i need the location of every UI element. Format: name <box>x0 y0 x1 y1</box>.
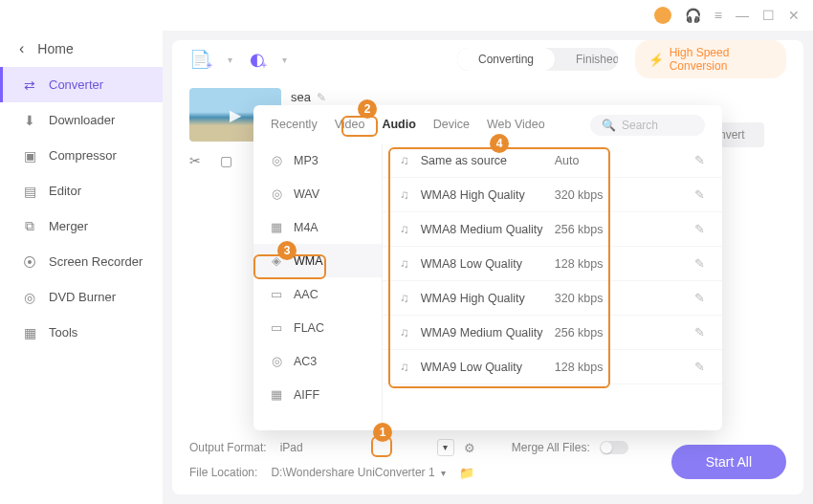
preset-row[interactable]: ♫WMA8 High Quality320 kbps✎ <box>383 178 722 212</box>
sidebar-item-label: Screen Recorder <box>49 254 143 269</box>
music-icon: ♫ <box>400 222 409 236</box>
sidebar-item-label: DVD Burner <box>49 290 116 304</box>
sidebar-item-tools[interactable]: ▦ Tools <box>0 315 163 350</box>
downloader-icon: ⬇ <box>22 113 37 128</box>
merger-icon: ⧉ <box>22 219 37 234</box>
audio-icon: ▦ <box>269 387 284 402</box>
screen-recorder-icon: ⦿ <box>22 254 37 270</box>
sidebar-item-merger[interactable]: ⧉ Merger <box>0 208 163 244</box>
preset-row[interactable]: ♫WMA8 Low Quality128 kbps✎ <box>383 247 722 281</box>
sidebar-item-dvd-burner[interactable]: ◎ DVD Burner <box>0 279 163 315</box>
dvd-burner-icon: ◎ <box>22 290 37 305</box>
preset-row[interactable]: ♫WMA8 Medium Quality256 kbps✎ <box>383 212 722 247</box>
add-file-button[interactable]: 📄＋ <box>189 49 210 70</box>
output-settings-icon[interactable]: ⚙ <box>464 441 475 455</box>
preset-row[interactable]: ♫WMA9 Low Quality128 kbps✎ <box>383 350 722 384</box>
audio-icon: ▦ <box>269 220 284 234</box>
panel-tab-recently[interactable]: Recently <box>271 118 318 133</box>
output-format-dropdown[interactable]: ▾ <box>437 439 454 456</box>
tab-finished[interactable]: Finished <box>555 48 618 71</box>
compressor-icon: ▣ <box>22 148 37 164</box>
crop-icon[interactable]: ▢ <box>220 153 232 168</box>
preset-row[interactable]: ♫WMA9 Medium Quality256 kbps✎ <box>383 316 722 350</box>
window-minimize[interactable]: — <box>736 8 749 23</box>
chevron-down-icon[interactable]: ▾ <box>228 55 232 65</box>
edit-preset-icon[interactable]: ✎ <box>694 153 705 167</box>
merge-all-toggle[interactable] <box>600 441 628 454</box>
menu-icon[interactable]: ≡ <box>714 8 722 23</box>
clip-tool-row: ✂ ▢ <box>189 153 232 168</box>
bolt-icon: ⚡ <box>648 53 664 67</box>
format-category-list: ◎MP3 ◎WAV ▦M4A ◈WMA ▭AAC ▭FLAC ◎AC3 ▦AIF… <box>253 143 383 430</box>
music-icon: ♫ <box>400 325 409 340</box>
sidebar-item-label: Merger <box>49 219 88 233</box>
edit-preset-icon[interactable]: ✎ <box>694 325 705 340</box>
output-format-value: iPad <box>276 441 307 454</box>
edit-preset-icon[interactable]: ✎ <box>694 360 705 374</box>
tab-converting[interactable]: Converting <box>457 48 555 71</box>
editor-icon: ▤ <box>22 184 37 199</box>
music-icon: ♫ <box>400 360 409 374</box>
sidebar-item-editor[interactable]: ▤ Editor <box>0 173 163 208</box>
panel-tab-audio[interactable]: Audio <box>382 118 415 133</box>
support-icon[interactable]: 🎧 <box>685 8 701 23</box>
format-cat-m4a[interactable]: ▦M4A <box>253 210 382 244</box>
sidebar-item-compressor[interactable]: ▣ Compressor <box>0 138 163 173</box>
sidebar-item-label: Converter <box>49 77 103 92</box>
edit-name-icon[interactable]: ✎ <box>317 91 326 104</box>
high-speed-conversion[interactable]: ⚡ High Speed Conversion <box>635 40 786 78</box>
panel-search[interactable]: 🔍 Search <box>590 115 705 136</box>
merge-all-label: Merge All Files: <box>512 441 590 454</box>
audio-icon: ◎ <box>269 354 284 368</box>
panel-tab-video[interactable]: Video <box>335 118 365 133</box>
tools-icon: ▦ <box>22 325 37 340</box>
format-cat-ac3[interactable]: ◎AC3 <box>253 344 382 378</box>
format-cat-flac[interactable]: ▭FLAC <box>253 311 382 344</box>
edit-preset-icon[interactable]: ✎ <box>694 291 705 305</box>
sidebar-item-label: Editor <box>49 184 81 198</box>
back-icon[interactable]: ‹ <box>19 40 24 57</box>
home-label: Home <box>37 41 73 56</box>
start-all-button[interactable]: Start All <box>671 445 786 479</box>
music-icon: ♫ <box>400 291 409 305</box>
breadcrumb[interactable]: ‹ Home <box>0 31 163 67</box>
edit-preset-icon[interactable]: ✎ <box>694 256 705 271</box>
panel-tab-webvideo[interactable]: Web Video <box>487 118 545 133</box>
format-panel: Recently Video Audio Device Web Video 🔍 … <box>253 105 722 430</box>
window-close[interactable]: ✕ <box>788 8 800 23</box>
clip-title: sea ✎ <box>291 90 326 104</box>
preset-row[interactable]: ♫WMA9 High Quality320 kbps✎ <box>383 281 722 316</box>
sidebar: ⇄ Converter ⬇ Downloader ▣ Compressor ▤ … <box>0 67 163 504</box>
sidebar-item-converter[interactable]: ⇄ Converter <box>0 67 163 102</box>
format-cat-wav[interactable]: ◎WAV <box>253 177 382 210</box>
preset-row[interactable]: ♫Same as sourceAuto✎ <box>383 143 722 178</box>
edit-preset-icon[interactable]: ✎ <box>694 222 705 236</box>
file-location-value[interactable]: D:\Wondershare UniConverter 1 ▾ <box>267 466 449 479</box>
window-maximize[interactable]: ☐ <box>762 8 775 23</box>
sidebar-item-label: Tools <box>49 325 77 340</box>
panel-tab-device[interactable]: Device <box>433 118 470 133</box>
trim-icon[interactable]: ✂ <box>189 153 201 168</box>
search-icon: 🔍 <box>602 119 616 132</box>
sidebar-item-screen-recorder[interactable]: ⦿ Screen Recorder <box>0 244 163 279</box>
edit-preset-icon[interactable]: ✎ <box>694 187 705 202</box>
file-location-label: File Location: <box>189 466 257 479</box>
sidebar-item-downloader[interactable]: ⬇ Downloader <box>0 102 163 138</box>
main-toolbar: 📄＋ ▾ ◐＋ ▾ Converting Finished ⚡ High Spe… <box>172 40 803 78</box>
converter-icon: ⇄ <box>22 77 37 93</box>
output-format-label: Output Format: <box>189 441 267 454</box>
music-icon: ♫ <box>400 256 409 271</box>
chevron-down-icon[interactable]: ▾ <box>282 55 287 65</box>
format-cat-aac[interactable]: ▭AAC <box>253 277 382 311</box>
audio-icon: ◎ <box>269 153 284 167</box>
hsc-label: High Speed Conversion <box>670 46 773 73</box>
open-folder-icon[interactable]: 📁 <box>459 466 474 480</box>
chevron-down-icon[interactable]: ▾ <box>441 468 446 478</box>
user-avatar[interactable] <box>654 7 671 24</box>
format-cat-wma[interactable]: ◈WMA <box>253 244 382 277</box>
music-icon: ♫ <box>400 153 409 167</box>
music-icon: ♫ <box>400 187 409 202</box>
format-cat-aiff[interactable]: ▦AIFF <box>253 378 382 411</box>
download-button[interactable]: ◐＋ <box>250 49 265 70</box>
format-cat-mp3[interactable]: ◎MP3 <box>253 143 382 177</box>
